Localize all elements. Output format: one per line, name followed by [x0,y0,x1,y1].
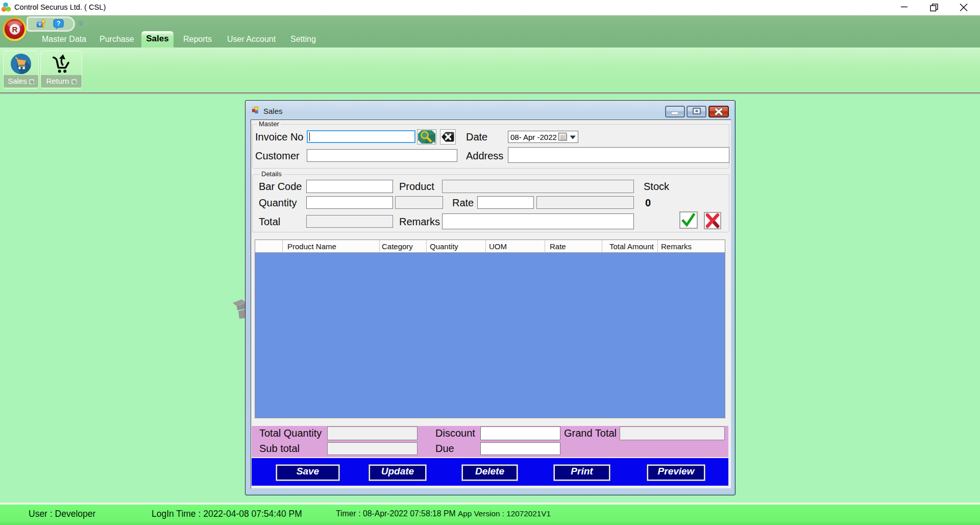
svg-text:R: R [12,25,18,34]
svg-text:?: ? [57,20,60,27]
